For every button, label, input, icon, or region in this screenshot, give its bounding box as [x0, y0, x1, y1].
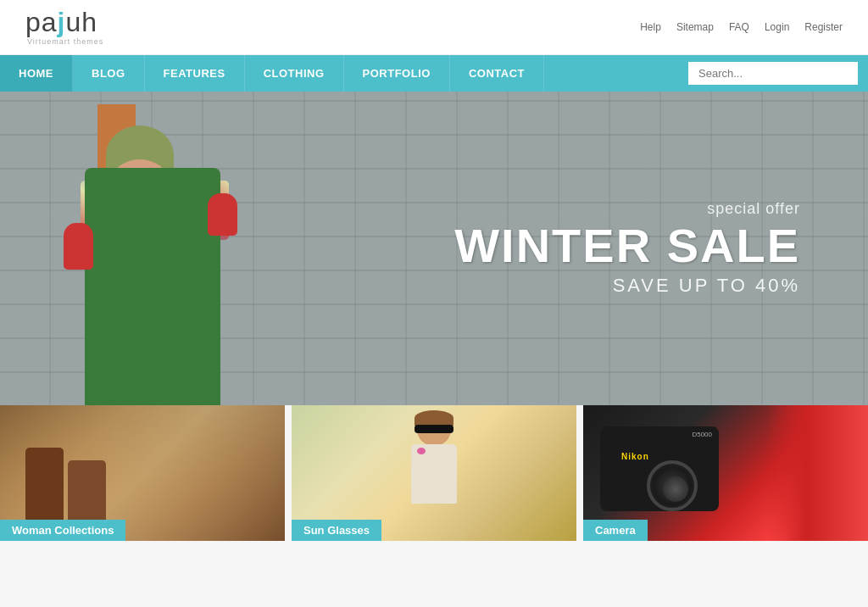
- camera-lens-inner: [663, 476, 688, 502]
- card-camera[interactable]: Nikon D5000 Camera: [583, 405, 868, 541]
- card1-label: Woman Collections: [0, 520, 125, 541]
- top-links: Help Sitemap FAQ Login Register: [640, 21, 843, 33]
- cards-row: Woman Collections Sun Glasses Nikon D500…: [0, 405, 868, 541]
- nav-bar: HOME BLOG FEATURES CLOTHING PORTFOLIO CO…: [0, 55, 868, 92]
- sunglasses: [415, 425, 453, 433]
- login-link[interactable]: Login: [765, 21, 789, 33]
- help-link[interactable]: Help: [640, 21, 661, 33]
- nav-contact[interactable]: CONTACT: [450, 55, 544, 92]
- nav-items: HOME BLOG FEATURES CLOTHING PORTFOLIO CO…: [0, 55, 678, 92]
- brand-name: pajuh: [25, 8, 103, 36]
- card3-label: Camera: [583, 520, 648, 541]
- camera-body: Nikon D5000: [600, 426, 719, 511]
- card2-label: Sun Glasses: [292, 520, 381, 541]
- card-sunglasses[interactable]: Sun Glasses: [292, 405, 576, 541]
- hero-text: special offer WINTER SALE SAVE UP TO 40%: [454, 200, 800, 297]
- hero-tag: special offer: [454, 200, 800, 218]
- top-bar: pajuh Virtuemart themes Help Sitemap FAQ…: [0, 0, 868, 55]
- search-input[interactable]: [688, 62, 858, 85]
- logo: pajuh Virtuemart themes: [25, 8, 103, 46]
- nav-home[interactable]: HOME: [0, 55, 73, 92]
- hero-title: WINTER SALE: [454, 222, 800, 270]
- hero-subtitle: SAVE UP TO 40%: [454, 275, 800, 297]
- camera-lens: [647, 460, 698, 511]
- camera-bg-stripe: [766, 405, 868, 541]
- coat: [85, 168, 220, 405]
- hero-person: [51, 100, 288, 405]
- sitemap-link[interactable]: Sitemap: [676, 21, 714, 33]
- woman2-hair: [415, 410, 453, 426]
- hero-banner: special offer WINTER SALE SAVE UP TO 40%: [0, 92, 868, 405]
- nav-blog[interactable]: BLOG: [73, 55, 145, 92]
- glove-right: [208, 193, 237, 236]
- brand-tagline: Virtuemart themes: [27, 37, 103, 46]
- glove-left: [64, 223, 93, 270]
- camera-model: D5000: [692, 431, 712, 438]
- woman2-scarf: [417, 448, 426, 454]
- faq-link[interactable]: FAQ: [729, 21, 749, 33]
- nav-search-area: [678, 55, 868, 92]
- nav-features[interactable]: FEATURES: [145, 55, 245, 92]
- card-woman-collections[interactable]: Woman Collections: [0, 405, 285, 541]
- register-link[interactable]: Register: [804, 21, 843, 33]
- nav-clothing[interactable]: CLOTHING: [245, 55, 344, 92]
- person-figure: [51, 100, 288, 405]
- camera-brand-nikon: Nikon: [621, 452, 649, 461]
- nav-portfolio[interactable]: PORTFOLIO: [344, 55, 450, 92]
